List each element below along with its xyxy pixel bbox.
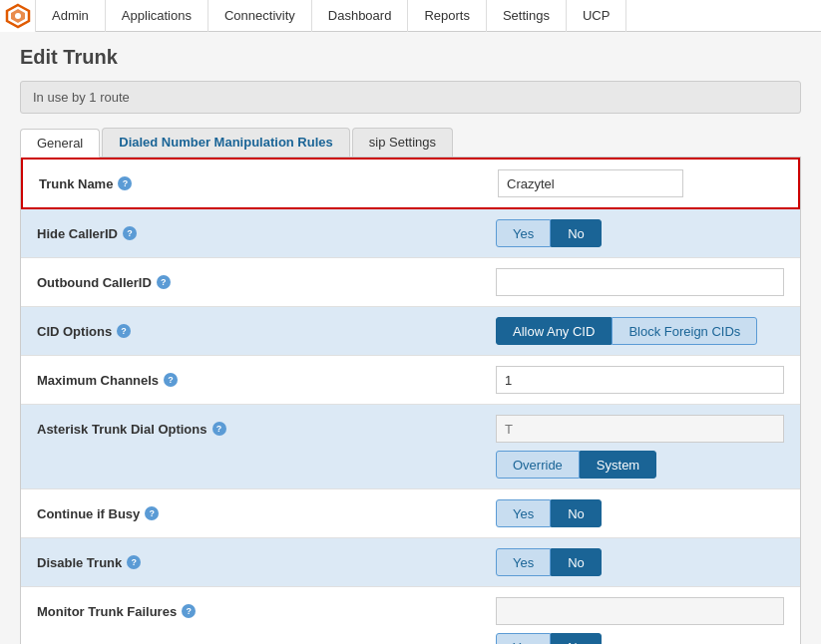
hide-callerid-control: Yes No <box>496 219 784 247</box>
disable-trunk-control: Yes No <box>496 548 784 576</box>
disable-trunk-yes-button[interactable]: Yes <box>496 548 551 576</box>
disable-trunk-label: Disable Trunk ? <box>37 555 496 570</box>
tab-sip[interactable]: sip Settings <box>352 128 453 157</box>
page-title: Edit Trunk <box>20 46 801 69</box>
monitor-trunk-toggle-wrap: Yes No <box>37 633 784 644</box>
nav-ucp[interactable]: UCP <box>566 0 626 32</box>
hide-callerid-no-button[interactable]: No <box>551 219 602 247</box>
hide-callerid-help-icon[interactable]: ? <box>123 226 137 240</box>
nav-dashboard[interactable]: Dashboard <box>311 0 409 32</box>
trunk-name-input[interactable] <box>498 169 683 197</box>
disable-trunk-help-icon[interactable]: ? <box>127 555 141 569</box>
disable-trunk-no-button[interactable]: No <box>551 548 602 576</box>
outbound-callerid-row: Outbound CallerID ? <box>21 258 800 307</box>
monitor-trunk-toggle: Yes No <box>496 633 602 644</box>
max-channels-label: Maximum Channels ? <box>37 373 496 388</box>
cid-options-toggle: Allow Any CID Block Foreign CIDs <box>496 317 757 345</box>
override-system-toggle: Override System <box>496 451 656 479</box>
monitor-trunk-failures-row: Monitor Trunk Failures ? Yes No <box>21 587 800 644</box>
trunk-name-help-icon[interactable]: ? <box>118 176 132 190</box>
monitor-trunk-no-button[interactable]: No <box>551 633 602 644</box>
info-bar: In use by 1 route <box>20 81 801 114</box>
allow-any-cid-button[interactable]: Allow Any CID <box>496 317 612 345</box>
form-container: Trunk Name ? Hide CallerID ? Yes No <box>20 158 801 644</box>
trunk-name-row: Trunk Name ? <box>21 158 800 209</box>
monitor-trunk-yes-button[interactable]: Yes <box>496 633 551 644</box>
hide-callerid-toggle: Yes No <box>496 219 602 247</box>
asterisk-dial-options-row: Asterisk Trunk Dial Options ? Override S… <box>21 405 800 489</box>
continue-if-busy-no-button[interactable]: No <box>551 499 602 527</box>
continue-if-busy-label: Continue if Busy ? <box>37 506 496 521</box>
logo <box>0 0 36 32</box>
max-channels-input[interactable] <box>496 366 784 394</box>
outbound-callerid-help-icon[interactable]: ? <box>157 275 171 289</box>
nav-applications[interactable]: Applications <box>105 0 208 32</box>
disable-trunk-toggle: Yes No <box>496 548 602 576</box>
continue-if-busy-yes-button[interactable]: Yes <box>496 499 551 527</box>
tab-dnmr[interactable]: Dialed Number Manipulation Rules <box>102 128 350 157</box>
continue-if-busy-help-icon[interactable]: ? <box>145 506 159 520</box>
max-channels-help-icon[interactable]: ? <box>164 373 178 387</box>
cid-options-control: Allow Any CID Block Foreign CIDs <box>496 317 784 345</box>
continue-if-busy-row: Continue if Busy ? Yes No <box>21 489 800 538</box>
monitor-trunk-label: Monitor Trunk Failures ? <box>37 604 496 619</box>
hide-callerid-yes-button[interactable]: Yes <box>496 219 551 247</box>
cid-options-row: CID Options ? Allow Any CID Block Foreig… <box>21 307 800 356</box>
outbound-callerid-input[interactable] <box>496 268 784 296</box>
override-system-control: Override System <box>37 451 784 479</box>
max-channels-control <box>496 366 784 394</box>
cid-options-help-icon[interactable]: ? <box>117 324 131 338</box>
hide-callerid-label: Hide CallerID ? <box>37 226 496 241</box>
cid-options-label: CID Options ? <box>37 324 496 339</box>
monitor-trunk-top: Monitor Trunk Failures ? <box>37 597 784 625</box>
trunk-name-control <box>498 169 782 197</box>
monitor-trunk-help-icon[interactable]: ? <box>182 604 196 618</box>
asterisk-dial-options-top: Asterisk Trunk Dial Options ? <box>37 415 784 443</box>
asterisk-dial-input[interactable] <box>496 415 784 443</box>
svg-point-2 <box>15 13 21 19</box>
top-navigation: Admin Applications Connectivity Dashboar… <box>0 0 821 32</box>
nav-settings[interactable]: Settings <box>486 0 567 32</box>
nav-reports[interactable]: Reports <box>407 0 487 32</box>
outbound-callerid-control <box>496 268 784 296</box>
tab-bar: General Dialed Number Manipulation Rules… <box>20 128 801 158</box>
asterisk-dial-label: Asterisk Trunk Dial Options ? <box>37 422 496 437</box>
nav-admin[interactable]: Admin <box>35 0 106 32</box>
nav-connectivity[interactable]: Connectivity <box>207 0 312 32</box>
hide-callerid-row: Hide CallerID ? Yes No <box>21 209 800 258</box>
monitor-trunk-input[interactable] <box>496 597 784 625</box>
trunk-name-label: Trunk Name ? <box>39 176 498 191</box>
override-button[interactable]: Override <box>496 451 580 479</box>
continue-if-busy-toggle: Yes No <box>496 499 602 527</box>
asterisk-dial-help-icon[interactable]: ? <box>212 422 226 436</box>
disable-trunk-row: Disable Trunk ? Yes No <box>21 538 800 587</box>
max-channels-row: Maximum Channels ? <box>21 356 800 405</box>
page-content: Edit Trunk In use by 1 route General Dia… <box>0 32 821 644</box>
block-foreign-cids-button[interactable]: Block Foreign CIDs <box>612 317 757 345</box>
outbound-callerid-label: Outbound CallerID ? <box>37 275 496 290</box>
system-button[interactable]: System <box>580 451 656 479</box>
continue-if-busy-control: Yes No <box>496 499 784 527</box>
tab-general[interactable]: General <box>20 129 100 158</box>
